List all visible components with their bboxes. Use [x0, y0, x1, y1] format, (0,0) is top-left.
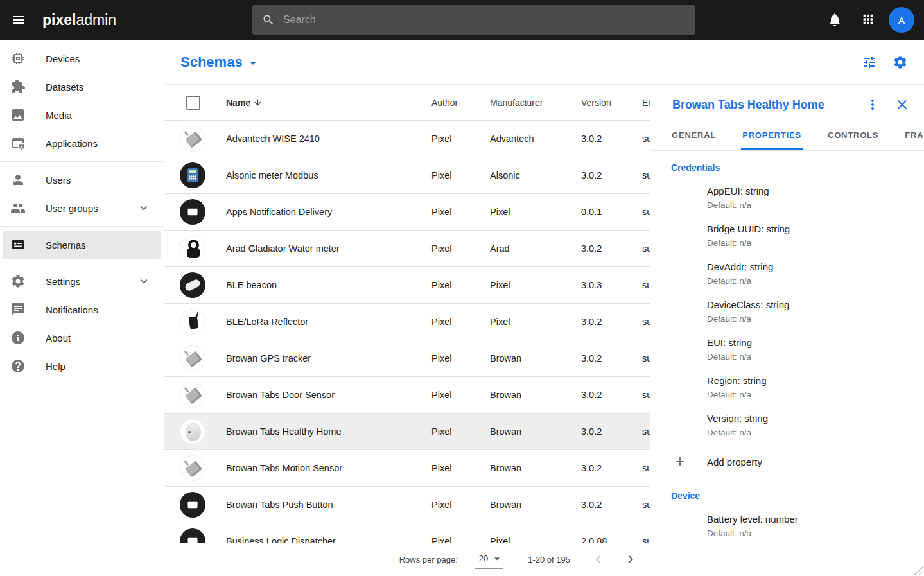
- notifications-bell-icon[interactable]: [827, 12, 842, 28]
- table-row[interactable]: Apps Notification DeliveryPixelPixel0.0.…: [164, 194, 650, 231]
- property-name: DeviceClass: string: [707, 299, 914, 310]
- plus-icon: [672, 454, 688, 469]
- column-header-author[interactable]: Author: [425, 98, 484, 108]
- property-item[interactable]: Region: stringDefault: n/a: [707, 375, 914, 399]
- cell-version: 0.0.1: [575, 207, 636, 217]
- next-page-chevron-icon[interactable]: [623, 552, 638, 567]
- cell-enabled: su: [636, 500, 650, 510]
- cell-manufacturer: Pixel: [484, 536, 575, 543]
- cell-version: 3.0.2: [575, 317, 636, 327]
- sidebar-item-applications[interactable]: Applications: [3, 129, 161, 157]
- previous-page-chevron-icon[interactable]: [591, 552, 606, 567]
- rows-per-page-select[interactable]: 20: [475, 550, 503, 569]
- sidebar-item-notifications[interactable]: Notifications: [3, 295, 161, 324]
- chevron-down-icon: [137, 274, 151, 288]
- sidebar-item-datasets[interactable]: Datasets: [3, 73, 161, 101]
- rows-per-page-value: 20: [479, 554, 488, 563]
- add-property-button[interactable]: Add property: [671, 454, 914, 469]
- tab-controls[interactable]: CONTROLS: [826, 119, 880, 150]
- global-search[interactable]: [252, 5, 695, 35]
- table-row[interactable]: Browan Tabs Healthy HomePixelBrowan3.0.2…: [164, 414, 650, 450]
- sidebar-item-settings[interactable]: Settings: [3, 267, 161, 295]
- cell-manufacturer: Pixel: [484, 280, 575, 290]
- applications-icon: [10, 135, 26, 151]
- search-input[interactable]: [282, 13, 695, 26]
- search-icon: [262, 13, 275, 26]
- cell-manufacturer: Browan: [484, 463, 575, 473]
- schema-thumbnail: [180, 126, 205, 152]
- table-row[interactable]: Browan Tabs Motion SensorPixelBrowan3.0.…: [164, 450, 650, 487]
- hamburger-menu-icon[interactable]: [11, 12, 26, 28]
- sort-descending-icon: [253, 98, 263, 107]
- cell-enabled: su: [636, 390, 650, 400]
- table-row[interactable]: Browan Tabs Push ButtonPixelBrowan3.0.2s…: [164, 487, 650, 523]
- sidebar-item-help[interactable]: Help: [3, 352, 161, 380]
- detail-panel: Browan Tabs Healthy Home GENERALPROPERTI…: [650, 85, 924, 576]
- sidebar-item-user-groups[interactable]: User groups: [3, 194, 161, 222]
- section-label-credentials[interactable]: Credentials: [671, 162, 914, 173]
- cell-author: Pixel: [425, 390, 484, 400]
- table-row[interactable]: Browan Tabs Door SensorPixelBrowan3.0.2s…: [164, 377, 650, 414]
- sidebar-divider: [0, 226, 164, 227]
- property-item[interactable]: Version: stringDefault: n/a: [707, 413, 914, 437]
- select-all-checkbox[interactable]: [186, 96, 200, 110]
- tab-general[interactable]: GENERAL: [670, 119, 717, 150]
- table-row[interactable]: BLE beaconPixelPixel3.0.3su: [164, 267, 650, 304]
- cell-name: BLE beacon: [220, 280, 425, 290]
- cell-manufacturer: Browan: [484, 500, 575, 510]
- sidebar-divider: [0, 263, 164, 263]
- sidebar-item-devices[interactable]: Devices: [3, 44, 161, 73]
- cell-author: Pixel: [425, 170, 484, 180]
- property-item[interactable]: EUI: stringDefault: n/a: [707, 337, 914, 362]
- cell-version: 3.0.2: [575, 243, 636, 254]
- sidebar-item-schemas[interactable]: Schemas: [3, 231, 161, 259]
- sidebar-item-label: Datasets: [46, 82, 83, 92]
- tab-properties[interactable]: PROPERTIES: [741, 119, 803, 150]
- settings-icon: [10, 274, 26, 289]
- section-label-device[interactable]: Device: [671, 491, 914, 501]
- sidebar-divider: [0, 161, 164, 162]
- cell-name: Browan Tabs Push Button: [220, 500, 425, 510]
- cell-manufacturer: Browan: [484, 426, 575, 437]
- sidebar-item-users[interactable]: Users: [3, 166, 161, 194]
- notifications-icon: [10, 302, 26, 317]
- cell-manufacturer: Browan: [484, 390, 575, 400]
- property-item[interactable]: Bridge UUID: stringDefault: n/a: [707, 223, 914, 248]
- close-icon[interactable]: [894, 97, 910, 112]
- cell-manufacturer: Pixel: [484, 317, 575, 327]
- schema-thumbnail: [180, 492, 205, 518]
- select-caret-down-icon: [491, 552, 503, 565]
- sidebar-item-media[interactable]: Media: [3, 101, 161, 129]
- apps-grid-icon[interactable]: [861, 12, 876, 28]
- cell-version: 3.0.2: [575, 134, 636, 144]
- property-item[interactable]: Battery level: numberDefault: n/a: [707, 514, 914, 538]
- table-row[interactable]: Arad Gladiator Water meterPixelArad3.0.2…: [164, 231, 650, 267]
- property-item[interactable]: DeviceClass: stringDefault: n/a: [707, 299, 914, 324]
- property-item[interactable]: DevAddr: stringDefault: n/a: [707, 261, 914, 286]
- avatar[interactable]: A: [889, 7, 914, 33]
- property-name: DevAddr: string: [707, 261, 914, 272]
- cell-version: 3.0.2: [575, 170, 636, 180]
- table-row[interactable]: Browan GPS trackerPixelBrowan3.0.2su: [164, 340, 650, 377]
- sidebar-item-about[interactable]: About: [3, 324, 161, 352]
- property-item[interactable]: AppEUI: stringDefault: n/a: [707, 186, 914, 210]
- rows-per-page-label: Rows per page:: [399, 555, 458, 564]
- cell-name: Browan GPS tracker: [220, 353, 425, 363]
- property-name: Battery level: number: [707, 514, 914, 525]
- column-header-version[interactable]: Version: [575, 98, 636, 108]
- table-row[interactable]: Business Logic DispatcherPixelPixel2.0.8…: [164, 523, 650, 543]
- table-row[interactable]: BLE/LoRa ReflectorPixelPixel3.0.2su: [164, 304, 650, 340]
- column-header-manufacturer[interactable]: Manufacturer: [484, 98, 575, 108]
- tab-fragments[interactable]: FRAGMENTS: [903, 119, 924, 150]
- cell-enabled: su: [636, 536, 650, 543]
- cell-enabled: su: [636, 463, 650, 473]
- page-title-dropdown[interactable]: Schemas: [180, 53, 261, 71]
- filter-icon[interactable]: [862, 55, 877, 70]
- sidebar-item-label: Users: [46, 175, 71, 186]
- column-header-enabled[interactable]: En: [636, 98, 650, 108]
- table-row[interactable]: Advantech WISE 2410PixelAdvantech3.0.2su: [164, 121, 650, 157]
- table-row[interactable]: Alsonic meter ModbusPixelAlsonic3.0.2su: [164, 157, 650, 194]
- settings-icon[interactable]: [893, 55, 908, 70]
- kebab-menu-icon[interactable]: [865, 97, 880, 112]
- column-header-name[interactable]: Name: [220, 98, 425, 108]
